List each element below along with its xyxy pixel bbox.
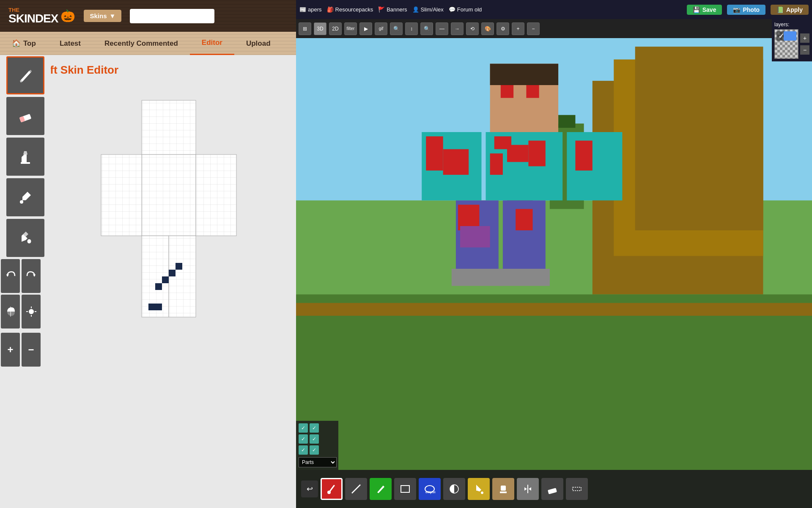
- topbar-banners[interactable]: 🚩 Banners: [378, 6, 407, 13]
- pencil-btn[interactable]: [370, 478, 392, 500]
- parts-select[interactable]: Parts Head Body Arms Legs: [299, 457, 337, 467]
- skin-grid-svg[interactable]: [95, 96, 256, 375]
- tools-bar: ⊞ 3D 2D filter ▶ gif 🔍 ↕ 🔍 — → ⟲ 🎨 ⚙ + −: [296, 19, 812, 38]
- svg-rect-30: [155, 304, 162, 310]
- skins-dropdown[interactable]: Skins ▼: [84, 10, 121, 22]
- minus2-btn[interactable]: −: [527, 22, 540, 35]
- filter-btn[interactable]: filter: [344, 22, 357, 35]
- camera-icon: 📷: [733, 6, 740, 13]
- rectangle-btn[interactable]: [394, 478, 416, 500]
- zoom-in-tool[interactable]: +: [1, 333, 20, 367]
- svg-rect-43: [526, 85, 539, 98]
- save-button[interactable]: 💾 Save: [687, 5, 722, 15]
- layer-add-btn[interactable]: +: [800, 33, 809, 43]
- slim-alex-icon: 👤: [412, 6, 419, 13]
- layer-remove-btn[interactable]: −: [800, 45, 809, 55]
- svg-rect-64: [401, 486, 409, 492]
- 2d-tool-btn[interactable]: 2D: [329, 22, 342, 35]
- svg-rect-26: [169, 270, 176, 276]
- stamp-color-btn[interactable]: [492, 478, 514, 500]
- fill-tool[interactable]: [6, 219, 44, 257]
- svg-line-63: [352, 485, 360, 493]
- check-2[interactable]: ✓: [310, 423, 319, 433]
- darken-tool[interactable]: [1, 295, 20, 329]
- play-btn[interactable]: ▶: [359, 22, 372, 35]
- darken-btn[interactable]: [443, 478, 465, 500]
- nav-item-recently-commented[interactable]: Recently Commented: [93, 32, 190, 55]
- fill-color-btn[interactable]: [468, 478, 490, 500]
- zoom-out-btn[interactable]: 🔍: [420, 22, 433, 35]
- nav-item-latest[interactable]: Latest: [48, 32, 93, 55]
- zoom-out-tool[interactable]: −: [22, 333, 41, 367]
- svg-rect-61: [499, 269, 550, 286]
- logo-text: THE SKINDEX: [8, 7, 58, 25]
- svg-rect-59: [516, 209, 532, 230]
- mirror-btn[interactable]: [517, 478, 539, 500]
- bottom-undo-btn[interactable]: ↩: [301, 480, 318, 497]
- line-btn[interactable]: [345, 478, 367, 500]
- arrow-btn[interactable]: →: [451, 22, 464, 35]
- check-row-3: ✓ ✓: [299, 445, 336, 455]
- topbar-forum[interactable]: 💬 Forum old: [449, 6, 482, 13]
- background-scene: [296, 38, 812, 508]
- svg-rect-53: [567, 132, 622, 200]
- layers-controls: ✓ + −: [774, 29, 809, 59]
- svg-rect-48: [490, 153, 503, 174]
- bottom-toolbar: ↩ ellipsis: [296, 470, 812, 508]
- check-6[interactable]: ✓: [310, 445, 319, 455]
- dropper-tool[interactable]: [6, 178, 44, 216]
- settings-btn[interactable]: ⚙: [497, 22, 509, 35]
- svg-rect-47: [507, 145, 528, 162]
- tool-sidebar: + −: [0, 55, 51, 367]
- logo-skindex: SKINDEX: [8, 12, 58, 25]
- minus-btn[interactable]: —: [436, 22, 448, 35]
- preview-background: [296, 38, 812, 508]
- lighten-tool[interactable]: [22, 295, 41, 329]
- chevron-down-icon: ▼: [110, 12, 116, 19]
- erase-btn[interactable]: [541, 478, 563, 500]
- skins-label: Skins: [90, 12, 107, 19]
- redo-tool[interactable]: [22, 259, 41, 293]
- stamp-tool[interactable]: [6, 138, 44, 176]
- svg-rect-72: [573, 487, 581, 491]
- photo-button[interactable]: 📷 Photo: [727, 5, 765, 15]
- zoom-row: + −: [0, 332, 51, 367]
- cut-btn[interactable]: [566, 478, 588, 500]
- undo-tool[interactable]: [1, 259, 20, 293]
- topbar-resourcepacks[interactable]: 🎒 Resourcepacks: [327, 6, 373, 13]
- flip-btn[interactable]: ↕: [405, 22, 418, 35]
- resourcepacks-icon: 🎒: [327, 6, 334, 13]
- svg-rect-69: [500, 491, 507, 493]
- plus-btn[interactable]: +: [512, 22, 524, 35]
- palette-btn[interactable]: 🎨: [481, 22, 494, 35]
- check-5[interactable]: ✓: [299, 445, 308, 455]
- pencil-tool[interactable]: [6, 56, 44, 94]
- brush-btn[interactable]: [321, 478, 343, 500]
- check-1[interactable]: ✓: [299, 423, 308, 433]
- search-input[interactable]: [130, 9, 214, 23]
- svg-rect-37: [558, 115, 575, 128]
- logo-area[interactable]: THE SKINDEX 🎃: [8, 7, 75, 25]
- topbar-slim-alex[interactable]: 👤 Slim/Alex: [412, 6, 444, 13]
- site-header: THE SKINDEX 🎃 Skins ▼: [0, 0, 296, 32]
- check-4[interactable]: ✓: [310, 434, 319, 444]
- layers-label: layers:: [774, 22, 809, 28]
- topbar-papers[interactable]: 📰 apers: [299, 6, 322, 13]
- svg-rect-57: [460, 226, 490, 247]
- mirror-tool-btn[interactable]: ⊞: [299, 22, 311, 35]
- canvas-area: [63, 83, 288, 371]
- gif-btn[interactable]: gif: [375, 22, 387, 35]
- 3d-tool-btn[interactable]: 3D: [314, 22, 326, 35]
- forum-icon: 💬: [449, 6, 455, 13]
- nav-item-editor[interactable]: Editor: [190, 32, 234, 55]
- check-3[interactable]: ✓: [299, 434, 308, 444]
- skin-canvas[interactable]: [95, 96, 256, 371]
- eraser-tool[interactable]: [6, 97, 44, 135]
- nav-item-top[interactable]: 🏠 Top: [0, 32, 48, 55]
- zoom-search-btn[interactable]: 🔍: [390, 22, 403, 35]
- nav-item-upload[interactable]: Upload: [234, 32, 283, 55]
- ellipse-btn[interactable]: ellipsis: [419, 478, 441, 500]
- apply-button[interactable]: 📗 Apply: [771, 5, 809, 15]
- rotate-btn[interactable]: ⟲: [466, 22, 479, 35]
- layers-swatch[interactable]: ✓: [774, 29, 798, 59]
